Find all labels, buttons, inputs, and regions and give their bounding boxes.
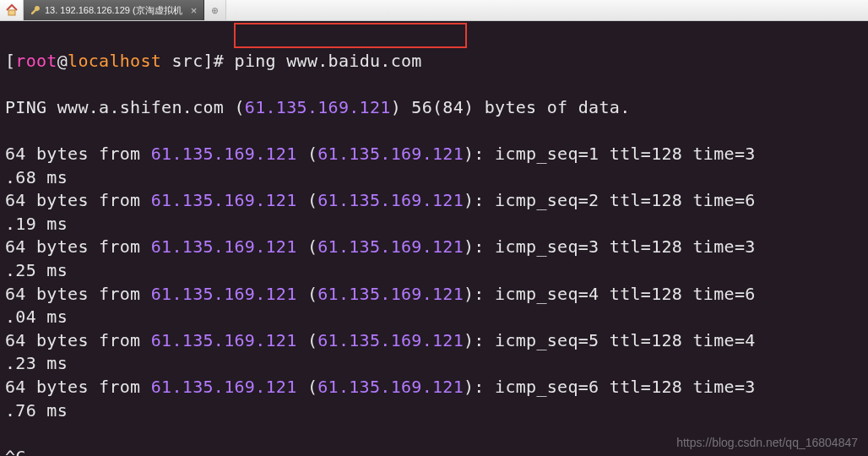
prompt-host: localhost — [68, 51, 161, 71]
ping-header: PING www.a.shifen.com (61.135.169.121) 5… — [5, 96, 863, 120]
tab-bar: 13. 192.168.126.129 (京淘虚拟机 × ⊕ — [0, 0, 868, 21]
terminal[interactable]: [root@localhost src]# ping www.baidu.com… — [0, 21, 868, 456]
watermark: https://blog.csdn.net/qq_16804847 — [676, 436, 858, 449]
ping-reply: 64 bytes from 61.135.169.121 (61.135.169… — [5, 189, 863, 213]
ping-reply: 64 bytes from 61.135.169.121 (61.135.169… — [5, 283, 863, 307]
svg-rect-0 — [8, 10, 15, 15]
command-text: ping www.baidu.com — [235, 51, 422, 71]
plus-icon: ⊕ — [212, 4, 219, 17]
ping-replies: 64 bytes from 61.135.169.121 (61.135.169… — [5, 143, 863, 422]
tab-label: 13. 192.168.126.129 (京淘虚拟机 — [45, 4, 182, 17]
ping-reply: 64 bytes from 61.135.169.121 (61.135.169… — [5, 143, 863, 166]
ping-reply: 64 bytes from 61.135.169.121 (61.135.169… — [5, 376, 863, 399]
bracket-open: [ — [5, 51, 15, 71]
prompt-user: root — [15, 51, 57, 71]
ping-reply-cont: .04 ms — [5, 306, 863, 329]
tab-terminal[interactable]: 13. 192.168.126.129 (京淘虚拟机 × — [24, 0, 204, 20]
ping-reply-cont: .19 ms — [5, 213, 863, 236]
new-tab-button[interactable]: ⊕ — [204, 0, 226, 20]
bracket-close: ]# — [203, 51, 235, 71]
at-sign: @ — [57, 51, 68, 71]
ping-ip: 61.135.169.121 — [245, 97, 391, 117]
ping-reply-cont: .76 ms — [5, 399, 863, 423]
home-tab[interactable] — [0, 0, 24, 20]
ping-reply: 64 bytes from 61.135.169.121 (61.135.169… — [5, 236, 863, 259]
ping-reply-cont: .23 ms — [5, 352, 863, 376]
ping-reply: 64 bytes from 61.135.169.121 (61.135.169… — [5, 329, 863, 353]
wrench-icon — [30, 5, 41, 15]
prompt-line: [root@localhost src]# ping www.baidu.com — [5, 50, 863, 73]
ping-reply-cont: .25 ms — [5, 259, 863, 283]
close-icon[interactable]: × — [191, 5, 198, 16]
home-icon — [5, 3, 19, 17]
prompt-path: src — [161, 51, 203, 71]
ping-reply-cont: .68 ms — [5, 166, 863, 190]
